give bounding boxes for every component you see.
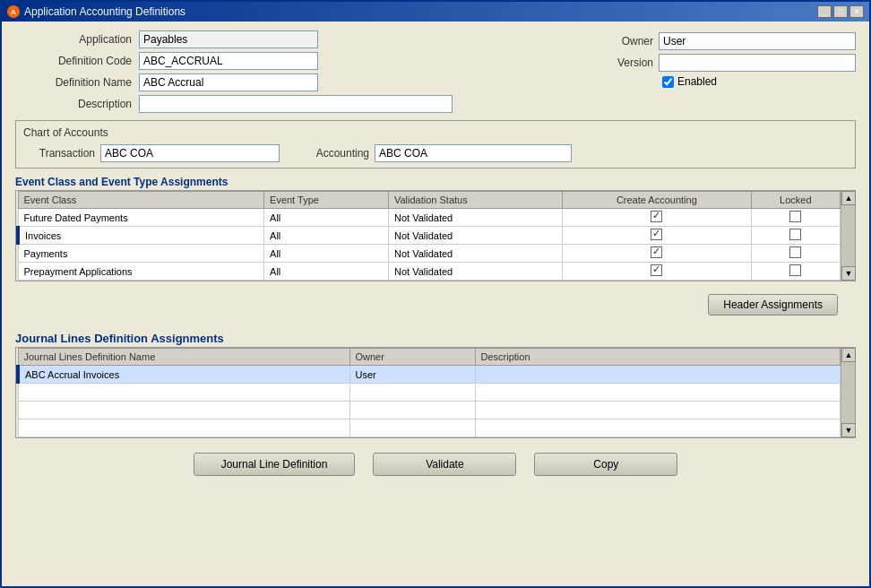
locked-checkbox[interactable]: [789, 229, 801, 240]
version-label: Version: [599, 56, 653, 69]
journal-lines-table: Journal Lines Definition Name Owner Desc…: [16, 348, 841, 437]
jl-desc-cell: [475, 402, 841, 419]
copy-button[interactable]: Copy: [534, 453, 677, 476]
journal-lines-scrollbar[interactable]: ▲ ▼: [841, 348, 855, 437]
event-table-inner: Event Class Event Type Validation Status…: [16, 191, 841, 281]
definition-name-row: Definition Name: [15, 74, 582, 91]
table-row[interactable]: ABC Accrual Invoices User: [18, 366, 841, 384]
definition-name-label: Definition Name: [15, 76, 132, 89]
jl-desc-cell: [475, 366, 841, 384]
description-label: Description: [15, 98, 132, 110]
application-input[interactable]: [139, 30, 318, 48]
window-body: Application document.currentScript.previ…: [2, 22, 869, 586]
jl-owner-cell: User: [349, 366, 475, 384]
event-type-cell: All: [264, 245, 389, 263]
locked-cell[interactable]: [751, 227, 840, 245]
version-input[interactable]: [659, 54, 856, 72]
event-class-cell: Payments: [18, 245, 264, 263]
application-row: Application document.currentScript.previ…: [15, 30, 582, 48]
minimize-button[interactable]: _: [817, 5, 832, 18]
validation-status-cell: Not Validated: [388, 263, 562, 281]
locked-cell[interactable]: [751, 209, 840, 227]
event-table-scrollbar[interactable]: ▲ ▼: [841, 191, 855, 281]
create-accounting-cell[interactable]: [562, 227, 751, 245]
description-input[interactable]: [139, 95, 453, 113]
locked-cell[interactable]: [751, 245, 840, 263]
event-class-cell: Prepayment Applications: [18, 263, 264, 281]
col-locked: Locked: [751, 192, 840, 209]
jl-scroll-track[interactable]: [841, 362, 855, 423]
right-form: Owner Version Enabled: [599, 30, 856, 113]
create-accounting-cell[interactable]: [562, 209, 751, 227]
event-table-container: Event Class Event Type Validation Status…: [15, 190, 856, 281]
col-event-class: Event Class: [18, 192, 264, 209]
journal-lines-table-container: Journal Lines Definition Name Owner Desc…: [15, 347, 856, 438]
version-row: Version: [599, 54, 856, 72]
transaction-label: Transaction: [23, 147, 95, 160]
main-window: A Application Accounting Definitions _ □…: [0, 0, 871, 588]
table-row[interactable]: Prepayment Applications All Not Validate…: [18, 263, 841, 281]
enabled-checkbox[interactable]: [662, 76, 674, 88]
table-row[interactable]: Future Dated Payments All Not Validated: [18, 209, 841, 227]
table-row[interactable]: Payments All Not Validated: [18, 245, 841, 263]
journal-lines-table-inner: Journal Lines Definition Name Owner Desc…: [16, 348, 841, 437]
locked-cell[interactable]: [751, 263, 840, 281]
table-row[interactable]: [18, 402, 841, 419]
definition-code-input[interactable]: [139, 52, 318, 70]
main-form: Application document.currentScript.previ…: [15, 30, 856, 113]
restore-button[interactable]: □: [833, 5, 848, 18]
validation-status-cell: Not Validated: [388, 227, 562, 245]
journal-line-definition-button[interactable]: Journal Line Definition: [194, 453, 356, 476]
left-form: Application document.currentScript.previ…: [15, 30, 582, 113]
header-assignments-row: Header Assignments: [15, 289, 856, 321]
create-accounting-checkbox[interactable]: [651, 246, 662, 258]
jl-owner-cell: [349, 402, 475, 419]
window-controls: _ □ ✕: [817, 5, 864, 18]
locked-checkbox[interactable]: [789, 264, 801, 276]
close-button[interactable]: ✕: [849, 5, 864, 18]
col-jl-name: Journal Lines Definition Name: [18, 349, 349, 366]
transaction-field: Transaction: [23, 144, 280, 162]
journal-lines-section: Journal Lines Definition Assignments Jou…: [15, 328, 856, 438]
create-accounting-cell[interactable]: [562, 245, 751, 263]
col-event-type: Event Type: [264, 192, 389, 209]
owner-input[interactable]: [659, 32, 856, 50]
owner-row: Owner: [599, 32, 856, 50]
create-accounting-checkbox[interactable]: [651, 264, 662, 276]
enabled-label: Enabled: [677, 75, 717, 88]
validate-button[interactable]: Validate: [373, 453, 516, 476]
col-create-accounting: Create Accounting: [562, 192, 751, 209]
accounting-input[interactable]: [375, 144, 572, 162]
jl-desc-cell: [475, 384, 841, 402]
journal-lines-title: Journal Lines Definition Assignments: [15, 328, 856, 347]
event-type-cell: All: [264, 263, 389, 281]
create-accounting-cell[interactable]: [562, 263, 751, 281]
transaction-input[interactable]: [100, 144, 280, 162]
header-assignments-button[interactable]: Header Assignments: [708, 294, 838, 316]
jl-scroll-up-button[interactable]: ▲: [841, 348, 856, 362]
locked-checkbox[interactable]: [789, 211, 801, 222]
form-top: Application document.currentScript.previ…: [15, 30, 856, 113]
col-jl-owner: Owner: [349, 349, 475, 366]
create-accounting-checkbox[interactable]: [651, 229, 662, 240]
event-class-cell: Future Dated Payments: [18, 209, 264, 227]
title-bar-left: A Application Accounting Definitions: [7, 5, 185, 18]
scroll-down-button[interactable]: ▼: [841, 266, 856, 281]
scroll-up-button[interactable]: ▲: [841, 191, 856, 205]
event-type-cell: All: [264, 209, 389, 227]
chart-of-accounts-title: Chart of Accounts: [23, 126, 848, 139]
locked-checkbox[interactable]: [789, 246, 801, 258]
table-row[interactable]: Invoices All Not Validated: [18, 227, 841, 245]
table-row[interactable]: [18, 384, 841, 402]
description-row: Description: [15, 95, 582, 113]
definition-name-input[interactable]: [139, 74, 318, 91]
scroll-track[interactable]: [841, 205, 855, 266]
table-row[interactable]: [18, 419, 841, 437]
validation-status-cell: Not Validated: [388, 209, 562, 227]
definition-code-label: Definition Code: [15, 55, 132, 67]
chart-row: Transaction Accounting: [23, 144, 848, 162]
app-icon: A: [7, 5, 20, 18]
jl-scroll-down-button[interactable]: ▼: [841, 423, 856, 437]
jl-desc-cell: [475, 419, 841, 437]
create-accounting-checkbox[interactable]: [651, 211, 662, 222]
